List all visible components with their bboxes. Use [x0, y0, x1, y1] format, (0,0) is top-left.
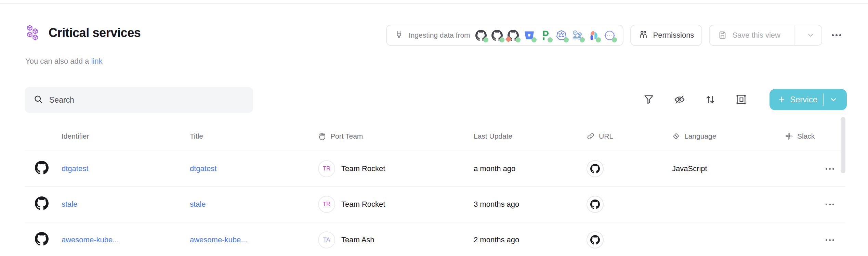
row-more-button[interactable]: [824, 236, 836, 244]
filter-icon[interactable]: [641, 92, 657, 107]
permissions-button[interactable]: Permissions: [630, 25, 702, 46]
table-toolbar: + Service: [641, 89, 847, 110]
save-view-dropdown[interactable]: [800, 25, 821, 45]
column-slack[interactable]: Slack: [782, 132, 821, 140]
last-update: a month ago: [471, 164, 584, 173]
table-row[interactable]: dtgatest dtgatest TR Team Rocket a month…: [25, 151, 845, 187]
table-body: dtgatest dtgatest TR Team Rocket a month…: [25, 151, 845, 256]
subtitle: You can also add a link: [25, 57, 103, 66]
url-github-link[interactable]: [587, 196, 604, 213]
team-name: Team Rocket: [341, 164, 385, 173]
vertical-scrollbar[interactable]: [841, 117, 845, 173]
port-icon[interactable]: [588, 30, 599, 41]
status-dot: [515, 37, 521, 42]
services-table: Identifier Title Port Team Last Update U…: [25, 122, 845, 256]
page-title: Critical services: [49, 26, 141, 40]
save-view-label: Save this view: [732, 31, 780, 40]
title-link[interactable]: dtgatest: [190, 164, 216, 173]
github-icon: [590, 200, 600, 209]
bitbucket-icon[interactable]: [524, 30, 535, 41]
save-view-button-group: Save this view: [709, 25, 822, 46]
slack-icon: [785, 132, 793, 140]
team-icon: [318, 132, 326, 140]
save-icon: [718, 30, 727, 41]
identifier-link[interactable]: dtgatest: [62, 164, 88, 173]
team-name: Team Rocket: [341, 200, 385, 209]
add-link[interactable]: link: [91, 57, 102, 65]
pagerduty-icon[interactable]: [540, 30, 551, 41]
github-blueprint-icon: [35, 161, 49, 177]
title-link[interactable]: awesome-kube...: [190, 235, 247, 244]
table-row[interactable]: stale stale TR Team Rocket 3 months ago: [25, 187, 845, 222]
status-dot: [564, 37, 569, 42]
column-last-update[interactable]: Last Update: [471, 132, 584, 140]
github-icon: [590, 164, 600, 174]
save-view-button[interactable]: Save this view: [710, 25, 789, 45]
header-actions: Ingesting data from: [386, 25, 844, 46]
workflow-icon[interactable]: [572, 30, 583, 41]
search-input[interactable]: [49, 95, 244, 105]
identifier-link[interactable]: awesome-kube...: [62, 235, 119, 244]
column-identifier[interactable]: Identifier: [59, 132, 187, 140]
language-value: JavaScript: [669, 164, 782, 173]
chevron-down-icon[interactable]: [829, 95, 838, 104]
table-row[interactable]: awesome-kube... awesome-kube... TA Team …: [25, 222, 845, 256]
page-header: Critical services: [25, 25, 141, 41]
column-language[interactable]: Language: [669, 132, 782, 140]
column-title[interactable]: Title: [187, 132, 315, 140]
add-service-label: Service: [790, 95, 817, 104]
url-github-link[interactable]: [587, 231, 604, 248]
sort-icon[interactable]: [702, 92, 718, 107]
kubernetes-icon[interactable]: [556, 30, 567, 41]
last-update: 3 months ago: [471, 200, 584, 209]
search-box: [25, 87, 253, 113]
team-initials: TR: [323, 201, 331, 208]
status-dot: [548, 37, 553, 42]
row-more-button[interactable]: [824, 200, 836, 209]
github-badged-icon[interactable]: [508, 30, 519, 41]
url-github-link[interactable]: [587, 160, 604, 177]
page-more-button[interactable]: [829, 34, 844, 36]
last-update: 2 months ago: [471, 235, 584, 244]
add-service-button[interactable]: + Service: [770, 89, 847, 110]
api-webhook-icon[interactable]: {···}: [604, 30, 615, 41]
svg-text:{···}: {···}: [604, 33, 615, 38]
team-initials: TR: [323, 165, 331, 172]
status-dot: [499, 37, 504, 42]
group-by-icon[interactable]: [733, 92, 749, 107]
team-avatar: TR: [318, 196, 335, 213]
team-initials: TA: [323, 236, 330, 243]
microservices-cubes-icon: [25, 25, 42, 41]
plug-icon: [394, 30, 404, 41]
github-icon[interactable]: [491, 30, 503, 41]
identifier-link[interactable]: stale: [62, 200, 77, 209]
language-icon: [672, 132, 680, 140]
status-dot: [596, 37, 601, 42]
column-url[interactable]: URL: [584, 132, 669, 140]
github-icon: [590, 235, 600, 245]
github-blueprint-icon: [35, 196, 49, 212]
team-avatar: TA: [318, 231, 335, 248]
column-port-team[interactable]: Port Team: [315, 132, 471, 140]
divider: [794, 25, 794, 45]
people-icon: [639, 30, 648, 41]
chevron-down-icon: [806, 31, 815, 39]
ingesting-data-pill[interactable]: Ingesting data from: [386, 25, 623, 46]
status-dot: [580, 37, 585, 42]
row-more-button[interactable]: [824, 165, 836, 173]
ingesting-label: Ingesting data from: [409, 31, 470, 39]
permissions-label: Permissions: [653, 31, 694, 40]
link-icon: [587, 132, 595, 140]
hide-columns-icon[interactable]: [672, 92, 687, 107]
team-name: Team Ash: [341, 235, 374, 244]
status-dot: [531, 37, 537, 42]
plus-icon: +: [778, 94, 785, 104]
status-dot: [483, 37, 488, 42]
integration-icons: {···}: [475, 30, 615, 41]
title-link[interactable]: stale: [190, 200, 206, 209]
github-icon[interactable]: [475, 30, 487, 41]
team-avatar: TR: [318, 160, 335, 177]
search-icon: [34, 94, 43, 105]
top-divider: [0, 3, 868, 4]
github-blueprint-icon: [35, 232, 49, 248]
